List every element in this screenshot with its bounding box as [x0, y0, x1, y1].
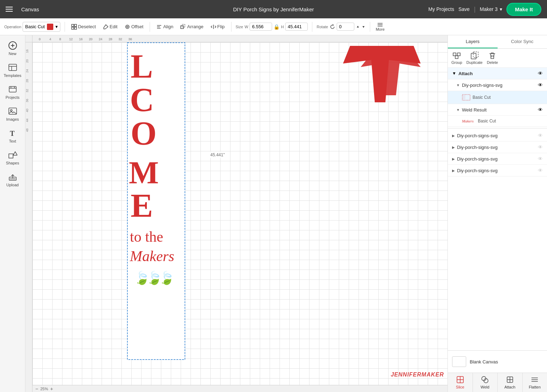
delete-icon — [488, 52, 496, 59]
layer-diy-3[interactable]: ▶ Diy-porch-signs-svg 👁 — [448, 141, 547, 153]
layer-chevron-5[interactable]: ▶ — [452, 169, 455, 173]
operation-label: Operation — [4, 25, 21, 29]
layer-chevron-weld[interactable]: ▼ — [456, 108, 460, 112]
my-projects-button[interactable]: My Projects — [428, 6, 454, 12]
tab-color-sync[interactable]: Color Sync — [498, 35, 547, 48]
eye-hidden-4[interactable]: 👁 — [538, 156, 543, 162]
arrange-button[interactable]: Arrange — [178, 23, 205, 31]
sidebar-item-templates[interactable]: Templates — [1, 60, 24, 80]
layer-chevron-3[interactable]: ▶ — [452, 145, 455, 149]
sidebar-item-shapes[interactable]: Shapes — [1, 147, 24, 168]
layer-chevron-1[interactable]: ▼ — [456, 83, 460, 87]
make-it-button[interactable]: Make It — [506, 3, 541, 16]
layer-weld-result[interactable]: ▼ Weld Result 👁 — [448, 104, 547, 116]
sidebar-item-projects[interactable]: Projects — [1, 82, 24, 102]
layer-diy-1[interactable]: ▼ Diy-porch-signs-svg 👁 — [448, 79, 547, 91]
duplicate-button[interactable]: Duplicate — [467, 52, 483, 65]
svg-text:4: 4 — [49, 37, 51, 41]
svg-text:C: C — [130, 81, 154, 119]
height-input[interactable] — [285, 23, 308, 31]
svg-point-4 — [126, 25, 129, 29]
attach-label: Attach — [458, 71, 536, 76]
eye-hidden-3[interactable]: 👁 — [538, 144, 543, 150]
svg-text:36: 36 — [25, 99, 29, 102]
layer-diy-5[interactable]: ▶ Diy-porch-signs-svg 👁 — [448, 165, 547, 176]
sep5 — [370, 22, 370, 32]
svg-text:28: 28 — [109, 37, 112, 41]
attach-icon — [506, 376, 514, 384]
panel-toolbar: Group Duplicate Delete — [448, 49, 547, 68]
basic-cut-label-1: Basic Cut — [473, 95, 543, 100]
svg-text:40: 40 — [25, 109, 29, 112]
zoom-level: 25% — [40, 387, 48, 391]
svg-rect-2 — [72, 27, 74, 29]
more-button[interactable]: More — [376, 22, 385, 31]
makers-preview: Makers — [462, 119, 474, 123]
layer-basic-cut-1[interactable]: Basic Cut — [448, 91, 547, 104]
machine-selector[interactable]: Maker 3 ▾ — [480, 6, 503, 12]
sep1 — [65, 22, 65, 32]
chevron-down-icon: ▾ — [500, 6, 502, 12]
attach-button[interactable]: Attach — [498, 373, 523, 392]
eye-icon-1[interactable]: 👁 — [538, 82, 543, 88]
duplicate-label: Duplicate — [467, 60, 483, 65]
align-button[interactable]: Align — [154, 23, 175, 31]
svg-rect-24 — [9, 154, 13, 158]
images-icon — [8, 107, 17, 116]
main-layout: New Templates Projects Images T Text Sha… — [0, 35, 547, 392]
slice-button[interactable]: Slice — [448, 373, 473, 392]
deselect-icon — [71, 24, 77, 30]
delete-button[interactable]: Delete — [487, 52, 498, 65]
weld-button[interactable]: Weld — [473, 373, 498, 392]
operation-chevron-icon: ▾ — [55, 24, 58, 29]
blank-canvas-row[interactable]: Blank Canvas — [452, 354, 543, 369]
canvas-area[interactable]: 0 4 8 12 16 20 24 28 32 36 16 20 — [25, 35, 447, 392]
layer-diy-2[interactable]: ▶ Diy-porch-signs-svg 👁 — [448, 130, 547, 141]
svg-rect-65 — [457, 53, 460, 56]
ruler-horizontal: 0 4 8 12 16 20 24 28 32 36 — [32, 35, 447, 42]
sidebar-item-images[interactable]: Images — [1, 104, 24, 124]
svg-text:32: 32 — [119, 37, 122, 41]
sidebar-item-images-label: Images — [6, 117, 19, 121]
size-label: Size — [236, 25, 243, 29]
sidebar-item-shapes-label: Shapes — [6, 161, 19, 165]
edit-button[interactable]: Edit — [101, 23, 120, 31]
layer-name-diy-1: Diy-porch-signs-svg — [462, 83, 536, 88]
width-input[interactable] — [250, 23, 272, 31]
eye-hidden-2[interactable]: 👁 — [538, 133, 543, 138]
offset-button[interactable]: Offset — [122, 23, 145, 31]
rotate-input[interactable] — [337, 23, 354, 31]
layer-name-diy-3: Diy-porch-signs-svg — [457, 145, 536, 150]
sidebar-item-new[interactable]: New — [1, 38, 24, 59]
save-button[interactable]: Save — [458, 6, 470, 12]
deselect-button[interactable]: Deselect — [69, 23, 98, 31]
eye-hidden-5[interactable]: 👁 — [538, 168, 543, 173]
eye-icon-weld[interactable]: 👁 — [538, 107, 543, 113]
flatten-button[interactable]: Flatten — [523, 373, 547, 392]
arrange-icon — [180, 24, 186, 30]
layer-attach-header[interactable]: ▼ Attach 👁 — [448, 68, 547, 79]
watermark: JENNIFERMAKER — [391, 372, 444, 378]
offset-icon — [125, 24, 130, 30]
layer-diy-4[interactable]: ▶ Diy-porch-signs-svg 👁 — [448, 153, 547, 165]
sidebar-item-upload[interactable]: Upload — [1, 169, 24, 190]
attach-expand-icon[interactable]: ▼ — [452, 71, 456, 76]
rotate-up-icon — [356, 25, 360, 29]
zoom-out-button[interactable]: − — [35, 386, 38, 392]
layer-chevron-4[interactable]: ▶ — [452, 157, 455, 161]
svg-rect-71 — [462, 95, 470, 100]
layer-chevron-2[interactable]: ▶ — [452, 134, 455, 138]
sidebar-item-text[interactable]: T Text — [1, 126, 24, 146]
layer-basic-cut-2[interactable]: Makers Basic Cut — [448, 116, 547, 127]
attach-eye-icon[interactable]: 👁 — [538, 71, 543, 76]
svg-rect-1 — [74, 24, 77, 26]
group-button[interactable]: Group — [451, 52, 462, 65]
tab-layers[interactable]: Layers — [448, 35, 498, 48]
height-label: H — [281, 25, 284, 29]
hamburger-menu[interactable] — [6, 7, 13, 12]
flip-button[interactable]: Flip — [209, 23, 227, 31]
operation-dropdown[interactable]: Basic Cut ▾ — [23, 22, 60, 32]
zoom-in-button[interactable]: + — [50, 386, 53, 392]
left-sidebar: New Templates Projects Images T Text Sha… — [0, 35, 25, 392]
width-label: W — [245, 25, 248, 29]
